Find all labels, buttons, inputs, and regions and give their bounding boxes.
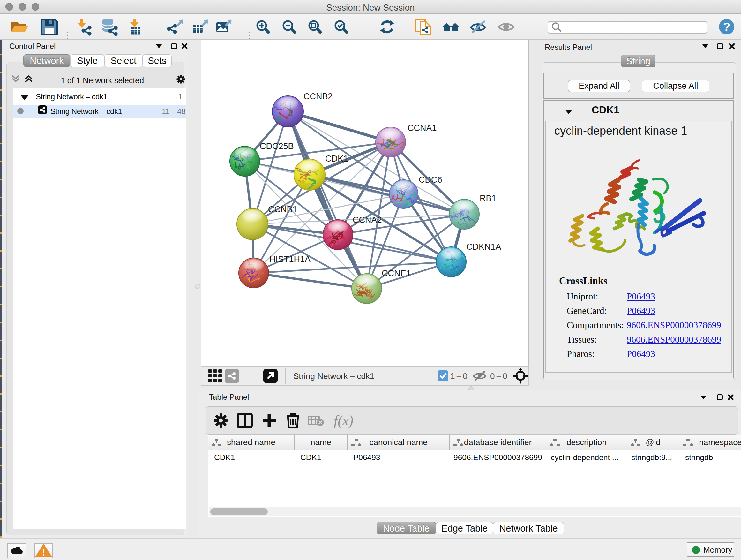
svg-text:CDC6: CDC6 (419, 175, 442, 185)
svg-text:1 – 0: 1 – 0 (450, 371, 468, 381)
svg-text:f(x): f(x) (334, 413, 353, 428)
svg-text:CCNA2: CCNA2 (353, 215, 382, 225)
svg-text:CCNB1: CCNB1 (268, 205, 297, 214)
svg-text:CDKN1A: CDKN1A (466, 242, 501, 252)
svg-text:CDC25B: CDC25B (260, 141, 294, 151)
svg-text:CCNB2: CCNB2 (304, 91, 333, 101)
svg-text:CCNE1: CCNE1 (382, 268, 411, 278)
svg-text:0 – 0: 0 – 0 (490, 371, 508, 381)
svg-text:CCNA1: CCNA1 (408, 123, 437, 133)
svg-text:RB1: RB1 (480, 193, 496, 203)
svg-text:?: ? (723, 20, 731, 34)
svg-text:HIST1H1A: HIST1H1A (269, 254, 311, 264)
svg-text:CDK1: CDK1 (325, 154, 348, 164)
